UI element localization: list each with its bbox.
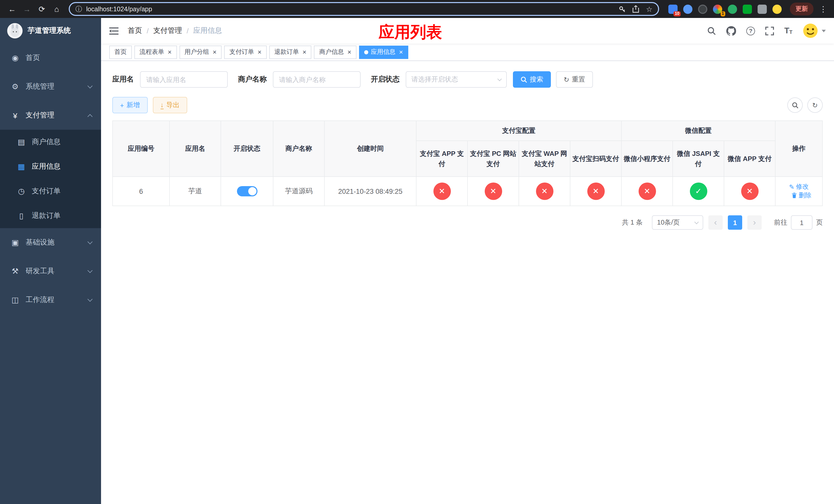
page-actions: ☆: [619, 5, 653, 13]
url-text[interactable]: localhost:1024/pay/app: [86, 5, 615, 13]
tab-home[interactable]: 首页: [109, 45, 132, 59]
browser-forward-icon[interactable]: →: [20, 2, 34, 16]
sidebar-item-refund-order[interactable]: ▯ 退款订单: [0, 204, 101, 228]
refund-order-icon: ▯: [16, 211, 26, 221]
table-row: 6 芋道 芋道源码 2021-10-23 08:49:25: [113, 177, 822, 206]
status-select[interactable]: 请选择开启状态: [406, 71, 507, 88]
extension-icon-6[interactable]: [743, 4, 752, 14]
share-icon[interactable]: [633, 5, 639, 13]
sidebar-item-pay-order[interactable]: ◷ 支付订单: [0, 179, 101, 204]
refresh-icon: ↻: [564, 76, 569, 83]
sidebar-item-devtools[interactable]: ⚒ 研发工具: [0, 257, 101, 285]
sidebar-item-infrastructure[interactable]: ▣ 基础设施: [0, 228, 101, 257]
app-name-input[interactable]: [140, 71, 228, 88]
sidebar-item-label: 系统管理: [26, 82, 54, 91]
extension-icon-3[interactable]: [698, 4, 707, 14]
search-button[interactable]: 搜索: [513, 71, 551, 88]
infrastructure-icon: ▣: [10, 238, 20, 247]
avatar: [803, 23, 818, 39]
browser-toolbar: ← → ⟳ ⌂ ⓘ localhost:1024/pay/app ☆ 10: [0, 0, 834, 18]
breadcrumb-separator: /: [187, 27, 189, 35]
browser-back-icon[interactable]: ←: [5, 2, 19, 16]
col-status: 开启状态: [221, 121, 273, 177]
sidebar-item-app-info[interactable]: ▦ 应用信息: [0, 154, 101, 179]
cell-wx-jsapi: [673, 177, 724, 206]
devtools-icon: ⚒: [10, 267, 20, 276]
col-created-at: 创建时间: [324, 121, 416, 177]
cell-alipay-wap: [519, 177, 570, 206]
close-icon[interactable]: ×: [303, 49, 306, 55]
sidebar-logo[interactable]: 芋道管理系统: [0, 18, 101, 44]
tab-process-form[interactable]: 流程表单 ×: [134, 45, 177, 59]
tab-app-info[interactable]: 应用信息 ×: [359, 45, 408, 59]
refresh-table-button[interactable]: ↻: [807, 97, 823, 113]
dashboard-icon: ◉: [10, 53, 20, 63]
extension-icon-7[interactable]: [758, 4, 767, 14]
sidebar-item-home[interactable]: ◉ 首页: [0, 44, 101, 72]
extension-icon-2[interactable]: [683, 4, 693, 14]
browser-home-icon[interactable]: ⌂: [50, 2, 64, 16]
close-icon[interactable]: ×: [348, 49, 351, 55]
jump-page-input[interactable]: [791, 215, 812, 230]
col-group-wechat: 微信配置: [621, 121, 775, 141]
breadcrumb-payment[interactable]: 支付管理: [153, 26, 182, 36]
tab-refund-order[interactable]: 退款订单 ×: [269, 45, 312, 59]
browser-window: ← → ⟳ ⌂ ⓘ localhost:1024/pay/app ☆ 10: [0, 0, 834, 504]
search-icon[interactable]: [707, 26, 716, 35]
page-size-select[interactable]: 10条/页: [652, 215, 703, 230]
edit-link[interactable]: ✎ 修改: [789, 183, 809, 191]
next-page-button[interactable]: ›: [747, 215, 762, 230]
pay-order-icon: ◷: [16, 187, 26, 196]
sidebar-item-workflow[interactable]: ◫ 工作流程: [0, 285, 101, 314]
bookmark-star-icon[interactable]: ☆: [646, 5, 653, 13]
cell-alipay-app: [416, 177, 467, 206]
delete-link[interactable]: 删除: [791, 191, 811, 200]
browser-reload-icon[interactable]: ⟳: [35, 2, 49, 16]
sidebar-item-label: 工作流程: [26, 295, 54, 304]
edit-pencil-icon: ✎: [789, 183, 794, 191]
tab-pay-order[interactable]: 支付订单 ×: [224, 45, 266, 59]
extension-icon-4[interactable]: 1: [713, 4, 722, 14]
reset-button[interactable]: ↻ 重置: [556, 71, 593, 88]
extension-icon-1[interactable]: 10: [668, 4, 678, 14]
col-wx-jsapi: 微信 JSAPI 支付: [673, 141, 724, 177]
sidebar-item-payment[interactable]: ¥ 支付管理: [0, 101, 101, 130]
sidebar-item-merchant-info[interactable]: ▤ 商户信息: [0, 130, 101, 154]
chrome-update-button[interactable]: 更新: [790, 3, 813, 15]
close-icon[interactable]: ×: [168, 49, 172, 55]
close-icon[interactable]: ×: [258, 49, 261, 55]
close-icon[interactable]: ×: [213, 49, 216, 55]
current-page-button[interactable]: 1: [728, 215, 742, 230]
search-icon: [521, 76, 527, 83]
add-button[interactable]: + 新增: [112, 97, 148, 113]
merchant-name-input[interactable]: [273, 71, 360, 88]
close-icon[interactable]: ×: [399, 49, 403, 55]
breadcrumb-home[interactable]: 首页: [128, 26, 142, 36]
tab-merchant-info[interactable]: 商户信息 ×: [314, 45, 356, 59]
search-button-label: 搜索: [530, 75, 543, 84]
password-key-icon[interactable]: [619, 5, 626, 13]
help-icon[interactable]: ?: [746, 26, 755, 35]
extension-icon-5[interactable]: [728, 4, 737, 14]
site-info-icon[interactable]: ⓘ: [75, 4, 82, 14]
browser-menu-icon[interactable]: ⋮: [818, 4, 829, 14]
sidebar-item-label: 商户信息: [32, 137, 61, 147]
plus-icon: +: [120, 102, 124, 109]
sidebar-item-system[interactable]: ⚙ 系统管理: [0, 72, 101, 101]
tab-user-group[interactable]: 用户分组 ×: [179, 45, 222, 59]
col-app-name: 应用名: [170, 121, 221, 177]
address-bar[interactable]: ⓘ localhost:1024/pay/app ☆: [69, 2, 659, 16]
export-button[interactable]: ↓ 导出: [153, 97, 187, 113]
extension-icon-8[interactable]: [772, 4, 782, 14]
search-icon: [792, 102, 798, 109]
font-size-icon[interactable]: TT: [784, 27, 792, 35]
toggle-search-button[interactable]: [787, 97, 803, 113]
github-icon[interactable]: [726, 26, 736, 36]
user-avatar-menu[interactable]: [803, 23, 826, 39]
col-wx-lite: 微信小程序支付: [621, 141, 673, 177]
status-toggle[interactable]: [237, 186, 257, 197]
tab-label: 退款订单: [275, 48, 299, 56]
sidebar-collapse-icon[interactable]: [109, 27, 118, 35]
fullscreen-icon[interactable]: [765, 26, 774, 35]
prev-page-button[interactable]: ‹: [708, 215, 723, 230]
